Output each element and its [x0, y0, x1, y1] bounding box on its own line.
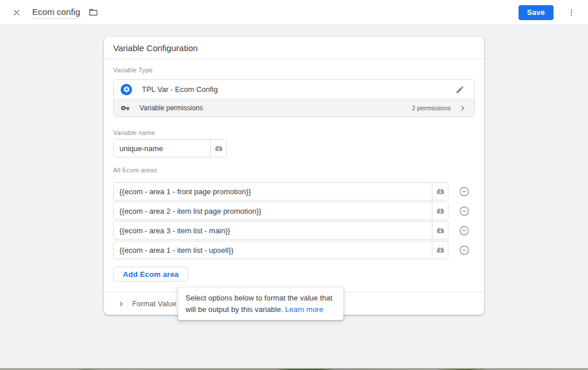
variable-brick-icon — [436, 245, 445, 255]
insert-variable-button[interactable] — [432, 241, 448, 259]
close-button[interactable] — [9, 5, 24, 20]
remove-circle-icon — [459, 186, 470, 197]
remove-circle-icon — [459, 245, 470, 256]
ecom-area-input[interactable] — [114, 222, 432, 239]
variable-type-box: TPL Var - Ecom Config Variable permissio… — [113, 79, 475, 117]
insert-variable-button[interactable] — [432, 202, 448, 219]
variable-title[interactable]: Ecom config — [32, 6, 82, 19]
permissions-count-badge: 2 permissions — [412, 105, 451, 111]
variable-type-label: Variable Type — [113, 67, 153, 74]
ecom-area-input[interactable] — [114, 241, 432, 259]
variable-permissions-row[interactable]: Variable permissions 2 permissions — [114, 99, 474, 117]
card-title: Variable Configuration — [113, 43, 198, 53]
ecom-area-input-group — [113, 202, 448, 220]
variable-configuration-card: Variable Configuration Variable Type TPL… — [104, 37, 484, 315]
variable-brick-icon — [436, 226, 445, 235]
learn-more-link[interactable]: Learn more — [285, 305, 323, 314]
format-value-label: Format Value — [132, 299, 176, 308]
variable-permissions-label: Variable permissions — [140, 104, 203, 112]
folder-icon — [88, 7, 98, 17]
card-header: Variable Configuration — [104, 37, 484, 59]
variable-name-input[interactable] — [114, 140, 210, 157]
edit-variable-type-button[interactable] — [452, 82, 467, 97]
insert-variable-button[interactable] — [432, 222, 448, 239]
ecom-areas-label: All Ecom areas — [113, 167, 157, 174]
remove-area-button[interactable] — [458, 205, 470, 217]
ecom-area-input[interactable] — [114, 202, 432, 219]
remove-circle-icon — [459, 206, 470, 217]
remove-area-button[interactable] — [458, 244, 470, 256]
key-icon — [121, 103, 130, 113]
format-value-tooltip: Select options below to format the value… — [178, 288, 343, 320]
insert-variable-button[interactable] — [210, 140, 226, 157]
ecom-area-row — [113, 221, 475, 240]
variable-brick-icon — [436, 206, 445, 215]
ecom-area-input-group — [113, 241, 448, 259]
insert-variable-button[interactable] — [432, 183, 448, 200]
ecom-area-row — [113, 182, 475, 201]
close-icon — [12, 8, 21, 17]
save-button[interactable]: Save — [519, 5, 554, 20]
template-gear-icon — [121, 84, 132, 95]
gtm-variable-editor: Ecom config Save Variable Configuration … — [0, 0, 588, 370]
variable-brick-icon — [436, 187, 445, 196]
ecom-area-input-group — [113, 182, 448, 201]
remove-area-button[interactable] — [458, 225, 470, 236]
top-bar: Ecom config Save — [0, 0, 588, 25]
variable-brick-icon — [214, 144, 223, 153]
ecom-areas-list — [113, 182, 475, 260]
ecom-area-input[interactable] — [114, 183, 432, 200]
variable-type-name: TPL Var - Ecom Config — [142, 85, 218, 94]
edit-pencil-icon — [455, 85, 465, 94]
chevron-right-icon — [118, 300, 125, 307]
topbar-actions: Save — [519, 5, 579, 20]
variable-type-row: TPL Var - Ecom Config — [114, 80, 474, 99]
ecom-area-input-group — [113, 221, 448, 240]
title-wrap: Ecom config — [32, 5, 101, 20]
remove-area-button[interactable] — [458, 186, 470, 197]
ecom-area-row — [113, 202, 475, 220]
move-to-folder-button[interactable] — [86, 5, 101, 20]
more-menu-button[interactable] — [564, 5, 579, 20]
add-ecom-area-button[interactable]: Add Ecom area — [113, 267, 188, 282]
remove-circle-icon — [459, 225, 470, 236]
chevron-right-icon — [459, 105, 466, 112]
ecom-area-row — [113, 241, 475, 259]
more-menu-icon — [567, 8, 576, 17]
variable-name-group — [113, 139, 227, 157]
variable-name-label: Variable name — [113, 129, 155, 136]
